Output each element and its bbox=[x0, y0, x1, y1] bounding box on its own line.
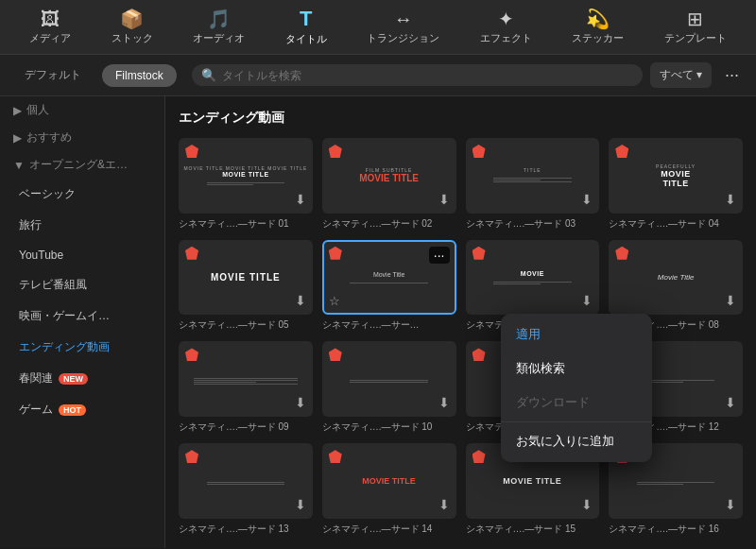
grid-item-3[interactable]: TITLE ⬇ シネマティ….—サード 03 bbox=[466, 138, 600, 231]
toolbar-transition[interactable]: ↔ トランジション bbox=[357, 6, 449, 49]
tab-filmstock[interactable]: Filmstock bbox=[102, 64, 177, 87]
toolbar-sticker[interactable]: 💫 ステッカー bbox=[562, 6, 633, 49]
sidebar-item-spring[interactable]: 春関連 NEW bbox=[0, 363, 164, 394]
sidebar-item-tv[interactable]: テレビ番組風 bbox=[0, 269, 164, 300]
sidebar-item-ending[interactable]: エンディング動画 bbox=[0, 332, 164, 363]
thumb-1: MOVIE TITLE MOVIE TITLE MOVIE TITLE MOVI… bbox=[179, 138, 313, 214]
sidebar-group-opening[interactable]: ▼ オープニング&エ… bbox=[0, 151, 164, 179]
thumb-4: PEACEFULLY MOVIE TITLE ⬇ bbox=[609, 138, 743, 214]
grid-label-1: シネマティ….—サード 01 bbox=[179, 217, 313, 231]
grid-item-14[interactable]: MOVIE TITLE ⬇ シネマティ….—サード 14 bbox=[322, 443, 456, 536]
sidebar-item-game-label: ゲーム bbox=[19, 402, 53, 418]
grid-item-5[interactable]: MOVIE TITLE ⬇ シネマティ….—サード 05 bbox=[179, 240, 313, 333]
sidebar-item-travel[interactable]: 旅行 bbox=[0, 210, 164, 241]
thumb-14: MOVIE TITLE ⬇ bbox=[322, 443, 456, 519]
arrow-icon-3: ▼ bbox=[13, 159, 25, 172]
more-options-button[interactable]: ··· bbox=[719, 63, 745, 87]
three-dot-button-6[interactable]: ··· bbox=[429, 247, 450, 264]
context-menu-download: ダウンロード bbox=[501, 386, 652, 420]
download-icon-10: ⬇ bbox=[438, 395, 450, 410]
arrow-icon: ▶ bbox=[13, 104, 22, 117]
new-badge: NEW bbox=[59, 373, 88, 385]
download-icon-8: ⬇ bbox=[725, 293, 736, 308]
download-icon-4: ⬇ bbox=[725, 192, 736, 207]
toolbar-template[interactable]: ⊞ テンプレート bbox=[655, 6, 736, 49]
download-icon-9: ⬇ bbox=[295, 395, 306, 410]
context-menu-divider bbox=[501, 421, 652, 422]
hot-badge: HOT bbox=[59, 404, 86, 416]
context-menu-apply[interactable]: 適用 bbox=[501, 317, 652, 352]
sidebar-group-opening-label: オープニング&エ… bbox=[29, 157, 128, 173]
grid-item-13[interactable]: ⬇ シネマティ….—サード 13 bbox=[179, 443, 313, 536]
toolbar-audio-label: オーディオ bbox=[193, 31, 245, 45]
content-title: エンディング動画 bbox=[179, 110, 743, 127]
thumb-10: ⬇ bbox=[322, 341, 456, 417]
grid-item-10[interactable]: ⬇ シネマティ….—サード 10 bbox=[322, 341, 456, 434]
grid-item-6[interactable]: Movie Title ··· ☆ シネマティ….—サー… bbox=[322, 240, 456, 333]
audio-icon: 🎵 bbox=[207, 9, 231, 28]
search-icon: 🔍 bbox=[201, 68, 216, 82]
toolbar-audio[interactable]: 🎵 オーディオ bbox=[183, 6, 254, 49]
grid-label-10: シネマティ….—サード 10 bbox=[322, 420, 456, 434]
tab-default[interactable]: デフォルト bbox=[11, 62, 94, 88]
download-icon-1: ⬇ bbox=[295, 192, 306, 207]
sidebar-group-recommended[interactable]: ▶ おすすめ bbox=[0, 124, 164, 151]
thumb-9: ⬇ bbox=[179, 341, 313, 417]
grid-label-6: シネマティ….—サー… bbox=[322, 318, 456, 332]
context-menu: 適用 類似検索 ダウンロード お気に入りに追加 bbox=[501, 314, 652, 462]
toolbar-effect[interactable]: ✦ エフェクト bbox=[471, 6, 541, 49]
toolbar-stock-label: ストック bbox=[112, 31, 153, 45]
context-menu-favorite[interactable]: お気に入りに追加 bbox=[501, 424, 652, 458]
search-input[interactable] bbox=[222, 69, 633, 82]
content-grid: MOVIE TITLE MOVIE TITLE MOVIE TITLE MOVI… bbox=[179, 138, 743, 536]
thumb-6: Movie Title ··· ☆ bbox=[322, 240, 456, 316]
toolbar-title-label: タイトル bbox=[285, 32, 327, 46]
context-menu-similar[interactable]: 類似検索 bbox=[501, 352, 652, 386]
download-icon-2: ⬇ bbox=[438, 192, 450, 207]
title-icon: T bbox=[300, 9, 312, 29]
sidebar-group-personal-label: 個人 bbox=[26, 102, 49, 118]
transition-icon: ↔ bbox=[394, 9, 413, 28]
sidebar-item-youtube[interactable]: YouTube bbox=[0, 241, 164, 269]
sidebar-item-basic[interactable]: ベーシック bbox=[0, 179, 164, 210]
grid-label-5: シネマティ….—サード 05 bbox=[179, 318, 313, 332]
thumb-3: TITLE ⬇ bbox=[466, 138, 600, 214]
grid-label-15: シネマティ….—サード 15 bbox=[466, 523, 600, 536]
sticker-icon: 💫 bbox=[586, 9, 610, 28]
download-icon-7: ⬇ bbox=[581, 293, 593, 308]
stock-icon: 📦 bbox=[120, 9, 144, 28]
thumb-2: FILM SUBTITLE MOVIE TITLE ⬇ bbox=[322, 138, 456, 214]
template-icon: ⊞ bbox=[687, 9, 703, 28]
thumb-13: ⬇ bbox=[179, 443, 313, 519]
grid-label-2: シネマティ….—サード 02 bbox=[322, 217, 456, 231]
grid-label-14: シネマティ….—サード 14 bbox=[322, 523, 456, 536]
download-icon-3: ⬇ bbox=[581, 192, 593, 207]
sidebar-item-game[interactable]: ゲーム HOT bbox=[0, 394, 164, 425]
thumb-7: MOVIE ⬇ bbox=[466, 240, 600, 316]
thumb-8: Movie Title ⬇ bbox=[609, 240, 743, 316]
grid-item-1[interactable]: MOVIE TITLE MOVIE TITLE MOVIE TITLE MOVI… bbox=[179, 138, 313, 231]
tabs-bar: デフォルト Filmstock 🔍 すべて ▾ ··· bbox=[0, 55, 756, 96]
grid-item-4[interactable]: PEACEFULLY MOVIE TITLE ⬇ シネマティ….—サード 04 bbox=[609, 138, 743, 231]
sidebar-group-recommended-label: おすすめ bbox=[26, 129, 72, 146]
grid-label-13: シネマティ….—サード 13 bbox=[179, 523, 313, 536]
grid-item-9[interactable]: ⬇ シネマティ….—サード 09 bbox=[179, 341, 313, 434]
download-icon-15: ⬇ bbox=[581, 497, 593, 512]
filter-button[interactable]: すべて ▾ bbox=[650, 62, 712, 88]
thumb-5: MOVIE TITLE ⬇ bbox=[179, 240, 313, 316]
sidebar-group-personal[interactable]: ▶ 個人 bbox=[0, 96, 164, 124]
toolbar-media[interactable]: 🖼 メディア bbox=[20, 6, 80, 49]
main-layout: ▶ 個人 ▶ おすすめ ▼ オープニング&エ… ベーシック 旅行 YouTube… bbox=[0, 96, 756, 548]
effect-icon: ✦ bbox=[498, 9, 514, 28]
toolbar-title[interactable]: T タイトル bbox=[276, 5, 336, 50]
toolbar-sticker-label: ステッカー bbox=[572, 31, 624, 45]
toolbar-stock[interactable]: 📦 ストック bbox=[102, 6, 163, 49]
toolbar-effect-label: エフェクト bbox=[480, 31, 532, 45]
download-icon-16: ⬇ bbox=[725, 497, 736, 512]
grid-label-4: シネマティ….—サード 04 bbox=[609, 217, 743, 231]
grid-item-2[interactable]: FILM SUBTITLE MOVIE TITLE ⬇ シネマティ….—サード … bbox=[322, 138, 456, 231]
sidebar-item-movie-game[interactable]: 映画・ゲームイ… bbox=[0, 300, 164, 332]
top-toolbar: 🖼 メディア 📦 ストック 🎵 オーディオ T タイトル ↔ トランジション ✦… bbox=[0, 0, 756, 55]
search-bar: 🔍 bbox=[192, 64, 643, 86]
grid-label-16: シネマティ….—サード 16 bbox=[609, 523, 743, 536]
